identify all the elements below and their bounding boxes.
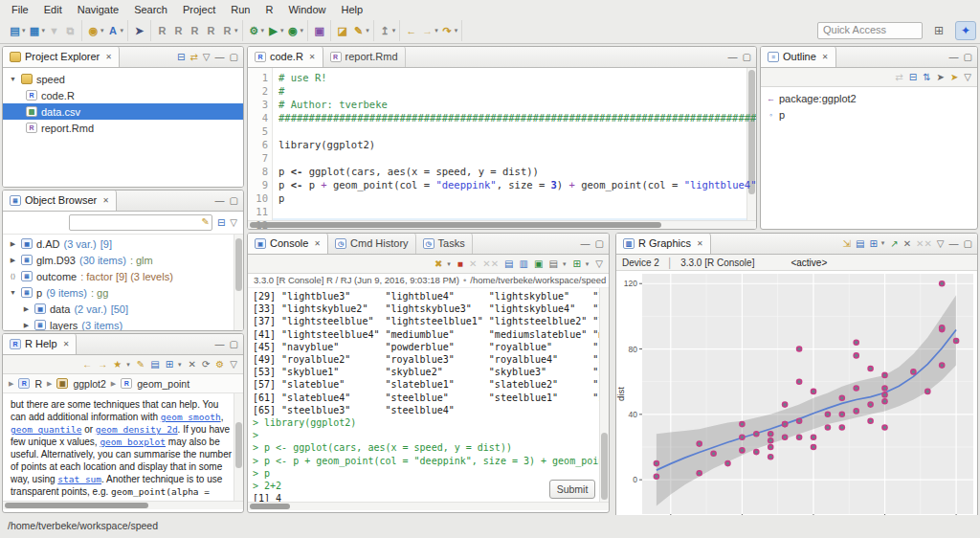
dropdown-arrow-icon[interactable]: ▾ [455, 27, 458, 34]
close-icon[interactable]: ✕ [314, 239, 321, 248]
dropdown-arrow-icon[interactable]: ▾ [121, 27, 124, 34]
maximize-icon[interactable]: ▢ [595, 238, 604, 249]
dropdown-arrow-icon[interactable]: ▾ [100, 27, 104, 34]
new-r-element-button[interactable]: ▦ [27, 21, 43, 40]
dropdown-arrow-icon[interactable]: ▾ [280, 27, 284, 34]
menu-item-r[interactable]: R [257, 2, 280, 17]
dropdown-arrow-icon[interactable]: ▾ [301, 27, 304, 34]
menu-item-window[interactable]: Window [280, 2, 333, 17]
minimize-icon[interactable]: — [215, 52, 225, 62]
expand-arrow-icon[interactable]: ▶ [22, 322, 31, 329]
scrollbar-thumb[interactable] [250, 504, 290, 509]
run-line-in-r-button[interactable]: R [170, 21, 187, 40]
refresh-icon[interactable]: ⟳ [202, 359, 210, 370]
remove-all-launches-icon[interactable]: ✕✕ [482, 258, 499, 269]
object-filter-input[interactable]: ✎ [69, 214, 212, 231]
breadcrumb-item[interactable]: R [34, 378, 42, 390]
open-in-view-icon[interactable]: ⊞ [869, 238, 877, 249]
maximize-icon[interactable]: ▢ [743, 52, 751, 62]
sort-icon[interactable]: ⇅ [923, 72, 930, 82]
resize-fit-icon[interactable]: ⇲ [843, 238, 851, 249]
maximize-icon[interactable]: ▢ [230, 195, 238, 206]
forward-button[interactable]: → [419, 21, 435, 40]
remove-launch-icon[interactable]: ✕ [469, 258, 477, 269]
save-all-button[interactable]: ⧉ [62, 21, 78, 40]
object-item-data[interactable]: ▶ ▦ data (2 var.) [50] [3, 301, 243, 317]
expand-arrow-icon[interactable]: ▶ [9, 240, 17, 248]
new-page-icon[interactable]: ▤ [856, 238, 864, 249]
dropdown-arrow-icon[interactable]: ▾ [42, 27, 46, 34]
console-tab-console[interactable]: ▣ Console ✕ [248, 233, 328, 254]
breadcrumb-item[interactable]: ggplot2 [73, 378, 105, 390]
close-icon[interactable]: ✕ [63, 340, 70, 348]
help-back-icon[interactable]: ← [82, 359, 92, 370]
breadcrumb-item[interactable]: geom_point [137, 378, 189, 390]
submit-button[interactable]: Submit [549, 480, 595, 499]
view-menu-icon[interactable]: ▽ [595, 258, 603, 269]
stop-icon[interactable]: ✕ [189, 359, 196, 370]
scrollbar-thumb[interactable] [250, 222, 661, 228]
close-icon[interactable]: ✕ [697, 239, 703, 248]
open-perspective-icon[interactable]: ⊞ [928, 21, 949, 40]
minimize-icon[interactable]: — [215, 339, 225, 349]
scrollbar-thumb[interactable] [235, 422, 242, 468]
debug-button[interactable]: ⚙ [246, 21, 262, 40]
close-icon[interactable]: ✕ [105, 53, 112, 61]
minimize-icon[interactable]: — [949, 52, 959, 62]
code-area[interactable]: # use R!## Author: tverbeke#############… [273, 68, 756, 220]
view-menu-icon[interactable]: ▽ [937, 238, 945, 249]
menu-item-search[interactable]: Search [126, 2, 175, 17]
wand-button[interactable]: ✎ [350, 21, 367, 40]
quick-access-input[interactable]: Quick Access [817, 22, 923, 39]
dropdown-arrow-icon[interactable]: ▾ [392, 27, 396, 34]
minimize-icon[interactable]: — [215, 195, 225, 206]
view-menu-icon[interactable]: ▽ [230, 217, 237, 228]
link-with-editor-icon[interactable]: ⇄ [189, 52, 197, 62]
terminate-icon[interactable]: ■ [457, 258, 463, 269]
run-button[interactable]: ▶ [265, 21, 281, 40]
tab-r-help[interactable]: R R Help ✕ [3, 333, 77, 354]
tab-r-graphics[interactable]: ▥ R Graphics ✕ [616, 233, 711, 254]
dropdown-arrow-icon[interactable]: ▾ [434, 27, 438, 34]
outline-item[interactable]: ← package:ggplot2 [761, 90, 977, 106]
minimize-icon[interactable]: — [949, 238, 959, 249]
open-in-browser-icon[interactable]: ⊞ [166, 359, 173, 370]
dropdown-arrow-icon[interactable]: ▾ [366, 27, 369, 34]
help-link[interactable]: geom_smooth [161, 412, 221, 422]
breadcrumb-arrow-icon[interactable]: ▶ [9, 380, 13, 388]
new-page-icon[interactable]: ▤ [150, 359, 159, 370]
hide-locals-icon[interactable]: ➤ [950, 72, 958, 82]
configure-icon[interactable]: ▥ [520, 258, 528, 269]
minimize-icon[interactable]: — [728, 52, 738, 62]
new-wizard-button[interactable]: ▤ [7, 21, 23, 40]
run-snippet-button[interactable]: ◉ [85, 21, 101, 40]
edit-icon[interactable]: ✎ [137, 359, 145, 370]
display-console-icon[interactable]: ▤ [548, 258, 557, 269]
run-selection-in-r-button[interactable]: R [154, 21, 170, 40]
view-menu-icon[interactable]: ▽ [230, 359, 237, 370]
object-item-glm.D93[interactable]: ▶ ≣ glm.D93 (30 items) : glm [3, 252, 243, 268]
scrollbar-thumb[interactable] [5, 503, 148, 508]
external-tools-button[interactable]: ◉ [285, 21, 301, 40]
outline-item[interactable]: ◦ p [761, 106, 977, 123]
object-item-d.AD[interactable]: ▶ ▦ d.AD (3 var.) [9] [3, 235, 243, 252]
maximize-icon[interactable]: ▢ [230, 339, 238, 349]
help-link[interactable]: geom_quantile [11, 424, 81, 435]
save-button[interactable]: ▼ [46, 21, 62, 40]
collapse-all-icon[interactable]: ⊟ [177, 52, 185, 62]
object-item-layers[interactable]: ▶ ≣ layers (3 items) [3, 317, 243, 330]
tree-item-project-speed[interactable]: ▼ speed [3, 71, 243, 87]
expand-arrow-icon[interactable]: ▶ [9, 257, 17, 264]
editor-tab-code.R[interactable]: R code.R ✕ [248, 46, 323, 67]
help-link[interactable]: stat_sum [57, 474, 101, 484]
close-icon[interactable]: ✕ [822, 53, 829, 61]
help-link[interactable]: geom_density_2d [96, 424, 178, 435]
dropdown-arrow-icon[interactable]: ▾ [22, 27, 26, 34]
object-item-outcome[interactable]: ⟨⟩ ≣ outcome : factor [9] (3 levels) [3, 268, 243, 284]
menu-item-file[interactable]: File [4, 2, 36, 17]
tree-item-report.Rmd[interactable]: R report.Rmd [3, 120, 243, 136]
scrollbar-thumb[interactable] [235, 238, 242, 291]
open-console-icon[interactable]: ⊞ [572, 258, 580, 269]
object-item-p[interactable]: ▼ ≣ p (9 items) : gg [3, 284, 243, 301]
tree-item-code.R[interactable]: R code.R [3, 87, 243, 103]
